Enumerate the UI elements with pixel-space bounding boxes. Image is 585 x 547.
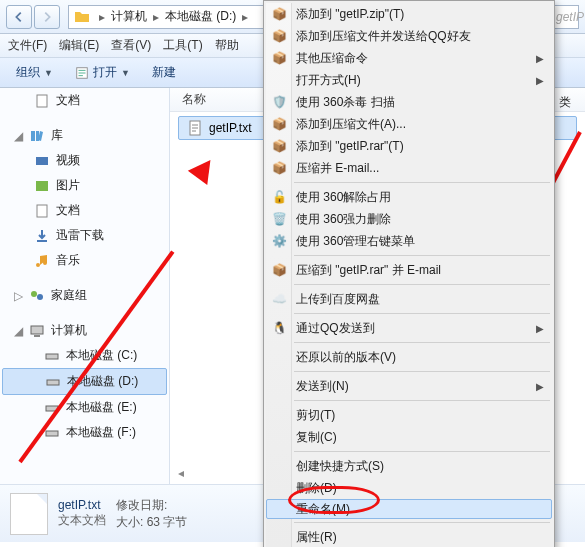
scroll-left-icon[interactable]: ◂ [178, 466, 184, 480]
ctx-add-zip[interactable]: 📦添加到 "getIP.zip"(T) [266, 3, 552, 25]
cloud-icon: ☁️ [270, 290, 288, 308]
file-name-label: getIP.txt [209, 121, 251, 135]
sidebar-item-music[interactable]: 音乐 [0, 248, 169, 273]
ctx-other-compress[interactable]: 📦其他压缩命令▶ [266, 47, 552, 69]
open-button[interactable]: 打开▼ [67, 61, 138, 84]
search-fragment: getIP [551, 5, 579, 29]
ctx-rename[interactable]: 重命名(M) [266, 499, 552, 519]
ctx-compress-email[interactable]: 📦压缩并 E-mail... [266, 157, 552, 179]
qq-icon: 🐧 [270, 319, 288, 337]
menu-help[interactable]: 帮助 [215, 37, 239, 54]
sidebar-item-computer[interactable]: ◢计算机 [0, 318, 169, 343]
organize-button[interactable]: 组织▼ [8, 61, 61, 84]
sidebar-item-drive-c[interactable]: 本地磁盘 (C:) [0, 343, 169, 368]
svg-rect-9 [46, 354, 58, 359]
nav-forward-button[interactable] [34, 5, 60, 29]
submenu-arrow-icon: ▶ [536, 53, 544, 64]
gear-icon: ⚙️ [270, 232, 288, 250]
crumb-drive-d[interactable]: 本地磁盘 (D:) [163, 8, 238, 25]
sidebar-item-video[interactable]: 视频 [0, 148, 169, 173]
svg-rect-8 [34, 335, 40, 337]
nav-back-button[interactable] [6, 5, 32, 29]
ctx-open-with[interactable]: 打开方式(H)▶ [266, 69, 552, 91]
winrar-icon: 📦 [270, 137, 288, 155]
ctx-qq-send[interactable]: 🐧通过QQ发送到▶ [266, 317, 552, 339]
svg-rect-2 [36, 157, 48, 165]
size-value: 63 字节 [147, 515, 188, 529]
ctx-create-shortcut[interactable]: 创建快捷方式(S) [266, 455, 552, 477]
document-icon [34, 203, 50, 219]
expand-icon: ◢ [14, 324, 23, 338]
notepad-icon [75, 66, 89, 80]
menu-tools[interactable]: 工具(T) [163, 37, 202, 54]
svg-rect-12 [46, 431, 58, 436]
ctx-send-to[interactable]: 发送到(N)▶ [266, 375, 552, 397]
ctx-delete[interactable]: 删除(D) [266, 477, 552, 499]
ctx-baidu-upload[interactable]: ☁️上传到百度网盘 [266, 288, 552, 310]
chevron-down-icon: ▼ [121, 68, 130, 78]
folder-icon [73, 8, 91, 26]
submenu-arrow-icon: ▶ [536, 323, 544, 334]
sidebar-item-docs[interactable]: 文档 [0, 88, 169, 113]
mod-date-label: 修改日期: [116, 498, 167, 512]
chevron-down-icon: ▼ [44, 68, 53, 78]
shield-icon: 🛡️ [270, 93, 288, 111]
svg-rect-7 [31, 326, 43, 334]
sidebar-item-xunlei[interactable]: 迅雷下载 [0, 223, 169, 248]
download-icon [34, 228, 50, 244]
ctx-360-scan[interactable]: 🛡️使用 360杀毒 扫描 [266, 91, 552, 113]
video-icon [34, 153, 50, 169]
submenu-arrow-icon: ▶ [536, 75, 544, 86]
ctx-cut[interactable]: 剪切(T) [266, 404, 552, 426]
winrar-icon: 📦 [270, 115, 288, 133]
sidebar-item-library[interactable]: ◢库 [0, 123, 169, 148]
svg-rect-10 [47, 380, 59, 385]
ctx-compress-qq[interactable]: 📦添加到压缩文件并发送给QQ好友 [266, 25, 552, 47]
homegroup-icon [29, 288, 45, 304]
unlock-icon: 🔓 [270, 188, 288, 206]
details-filetype: 文本文档 [58, 512, 106, 529]
ctx-add-rar[interactable]: 📦添加到 "getIP.rar"(T) [266, 135, 552, 157]
computer-icon [29, 323, 45, 339]
sidebar-item-drive-e[interactable]: 本地磁盘 (E:) [0, 395, 169, 420]
sidebar-item-docs2[interactable]: 文档 [0, 198, 169, 223]
drive-icon [44, 348, 60, 364]
drive-icon [45, 374, 61, 390]
chevron-right-icon: ▸ [95, 10, 109, 24]
text-file-icon [187, 120, 203, 136]
winrar-icon: 📦 [270, 159, 288, 177]
ctx-360-manage[interactable]: ⚙️使用 360管理右键菜单 [266, 230, 552, 252]
svg-rect-1 [37, 95, 47, 107]
file-type-icon [10, 493, 48, 535]
library-icon [29, 128, 45, 144]
new-button[interactable]: 新建 [144, 61, 184, 84]
menu-edit[interactable]: 编辑(E) [59, 37, 99, 54]
crumb-computer[interactable]: 计算机 [109, 8, 149, 25]
music-icon [34, 253, 50, 269]
ctx-add-archive[interactable]: 📦添加到压缩文件(A)... [266, 113, 552, 135]
chevron-right-icon: ▸ [149, 10, 163, 24]
ctx-360-delete[interactable]: 🗑️使用 360强力删除 [266, 208, 552, 230]
svg-rect-4 [37, 205, 47, 217]
ctx-properties[interactable]: 属性(R) [266, 526, 552, 547]
context-menu: 📦添加到 "getIP.zip"(T) 📦添加到压缩文件并发送给QQ好友 📦其他… [263, 0, 555, 547]
sidebar-item-drive-f[interactable]: 本地磁盘 (F:) [0, 420, 169, 445]
document-icon [34, 93, 50, 109]
winrar-icon: 📦 [270, 49, 288, 67]
expand-icon: ◢ [14, 129, 23, 143]
menu-view[interactable]: 查看(V) [111, 37, 151, 54]
menu-file[interactable]: 文件(F) [8, 37, 47, 54]
winrar-icon: 📦 [270, 27, 288, 45]
chevron-right-icon: ▸ [238, 10, 252, 24]
ctx-360-unlock[interactable]: 🔓使用 360解除占用 [266, 186, 552, 208]
sidebar-item-pictures[interactable]: 图片 [0, 173, 169, 198]
ctx-restore-version[interactable]: 还原以前的版本(V) [266, 346, 552, 368]
ctx-copy[interactable]: 复制(C) [266, 426, 552, 448]
ctx-rar-email[interactable]: 📦压缩到 "getIP.rar" 并 E-mail [266, 259, 552, 281]
size-label: 大小: [116, 515, 143, 529]
submenu-arrow-icon: ▶ [536, 381, 544, 392]
svg-rect-3 [36, 181, 48, 191]
delete-icon: 🗑️ [270, 210, 288, 228]
pictures-icon [34, 178, 50, 194]
winrar-icon: 📦 [270, 261, 288, 279]
